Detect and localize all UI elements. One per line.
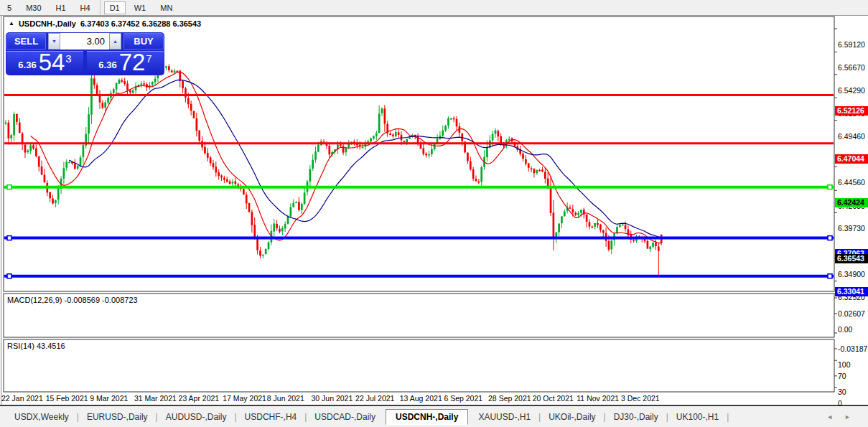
symbol-collapse-icon[interactable]: ▲ <box>9 21 14 27</box>
tab-scroll-left-icon[interactable]: ◄ <box>826 413 833 421</box>
macd-axis-tick: -0.03187 <box>838 344 868 353</box>
rsi-axis-tick: 70 <box>838 372 868 380</box>
date-axis-label: 17 May 2021 <box>223 394 266 403</box>
price-axis-tick: 6.44560 <box>838 178 868 187</box>
date-axis-label: 28 Sep 2021 <box>488 394 531 403</box>
one-click-trade-panel: SELL ▼ ▲ BUY 6.36 54 3 6.36 72 7 <box>6 32 164 75</box>
date-axis-label: 22 Jan 2021 <box>1 394 43 403</box>
sell-button[interactable]: SELL <box>6 33 46 50</box>
buy-button[interactable]: BUY <box>123 33 164 50</box>
level-price-badge: 6.47044 <box>835 154 868 164</box>
chart-symbol-period: USDCNH-,Daily <box>19 19 76 28</box>
timeframe-button-h1[interactable]: H1 <box>50 1 72 14</box>
timeframe-button-w1[interactable]: W1 <box>129 1 152 14</box>
timeframe-button-m30[interactable]: M30 <box>20 1 47 14</box>
chart-tab-usdcad[interactable]: USDCAD-,Daily <box>307 410 383 424</box>
sell-price-main: 54 <box>39 52 65 73</box>
volume-input[interactable] <box>60 33 109 50</box>
date-axis-label: 6 Sep 2021 <box>444 394 482 403</box>
chart-tab-xauusd[interactable]: XAUUSD-,H1 <box>471 410 538 424</box>
price-axis-tick: 6.56670 <box>838 63 868 72</box>
volume-increase-button[interactable]: ▲ <box>109 33 121 50</box>
price-axis-tick: 6.39730 <box>838 224 868 233</box>
date-axis-label: 20 Oct 2021 <box>533 394 574 403</box>
price-axis-tick: 6.34900 <box>838 270 868 278</box>
date-axis-label: 31 Mar 2021 <box>134 394 177 403</box>
toolbar-separator <box>100 0 101 15</box>
rsi-axis-tick: 0 <box>838 399 868 408</box>
level-price-badge: 6.42424 <box>835 198 868 207</box>
date-axis-label: 15 Feb 2021 <box>46 394 88 403</box>
macd-axis-tick: 0.02607 <box>838 309 868 318</box>
date-axis-label: 3 Dec 2021 <box>621 394 660 403</box>
chart-tab-usdcnh[interactable]: USDCNH-,Daily <box>386 409 468 425</box>
sell-price-prefix: 6.36 <box>18 60 36 70</box>
date-axis-label: 23 Apr 2021 <box>179 394 220 403</box>
chart-tab-audusd[interactable]: AUDUSD-,Daily <box>159 410 234 424</box>
chart-tab-ukoil[interactable]: UKOil-,Daily <box>541 410 602 424</box>
timeframe-button-mn[interactable]: MN <box>154 1 178 14</box>
macd-axis-tick: 0.00 <box>838 325 868 334</box>
timeframe-button-d1[interactable]: D1 <box>104 1 126 14</box>
chart-ohlc-values: 6.37403 6.37452 6.36288 6.36543 <box>80 19 201 28</box>
tab-separator: | <box>726 412 729 422</box>
date-axis-label: 8 Jun 2021 <box>267 394 304 403</box>
buy-price-main: 72 <box>119 52 146 73</box>
chart-tab-usdchf[interactable]: USDCHF-,H4 <box>238 410 304 424</box>
chart-tab-uk100[interactable]: UK100-,H1 <box>669 410 726 424</box>
chart-title-bar: ▲ USDCNH-,Daily 6.37403 6.37452 6.36288 … <box>9 19 201 28</box>
sell-price-pip: 3 <box>65 52 71 65</box>
buy-price-prefix: 6.36 <box>98 60 116 70</box>
price-axis-tick: 6.59120 <box>838 40 868 49</box>
timeframe-button-h4[interactable]: H4 <box>75 1 96 14</box>
level-price-badge: 6.33041 <box>835 287 868 296</box>
rsi-axis-tick: 30 <box>838 388 868 396</box>
price-axis-tick: 6.49460 <box>838 132 868 141</box>
price-axis-tick: 6.54290 <box>838 86 868 95</box>
level-price-badge: 6.52126 <box>835 106 868 116</box>
chart-tab-bar: USDX,Weekly|EURUSD-,Daily|AUDUSD-,Daily|… <box>0 405 868 427</box>
buy-price-pip: 7 <box>146 52 151 65</box>
triangle-up-icon: ▲ <box>113 39 118 44</box>
rsi-indicator-label: RSI(14) 43.4516 <box>7 342 65 350</box>
timeframe-toolbar: 5M30H1H4D1W1MN <box>0 0 868 16</box>
chart-tab-usdx[interactable]: USDX,Weekly <box>7 410 76 424</box>
volume-decrease-button[interactable]: ▼ <box>48 33 60 50</box>
timeframe-button-5[interactable]: 5 <box>1 1 17 14</box>
chart-tab-dj30[interactable]: DJ30-,Daily <box>607 410 666 424</box>
date-axis-label: 22 Jul 2021 <box>355 394 394 403</box>
macd-indicator-label: MACD(12,26,9) -0.008569 -0.008723 <box>7 296 138 304</box>
tab-scroll-right-icon[interactable]: ► <box>844 413 851 421</box>
date-axis-label: 11 Nov 2021 <box>577 394 619 403</box>
chart-tab-eurusd[interactable]: EURUSD-,Daily <box>80 410 155 424</box>
date-axis-label: 13 Aug 2021 <box>400 394 442 403</box>
triangle-down-icon: ▼ <box>52 39 57 44</box>
date-axis-label: 9 Mar 2021 <box>90 394 128 403</box>
last-price-badge: 6.36543 <box>835 254 868 263</box>
date-axis-label: 30 Jun 2021 <box>311 394 353 403</box>
rsi-axis-tick: 100 <box>838 360 868 369</box>
buy-price-box[interactable]: 6.36 72 7 <box>87 51 164 75</box>
sell-price-box[interactable]: 6.36 54 3 <box>6 51 83 75</box>
